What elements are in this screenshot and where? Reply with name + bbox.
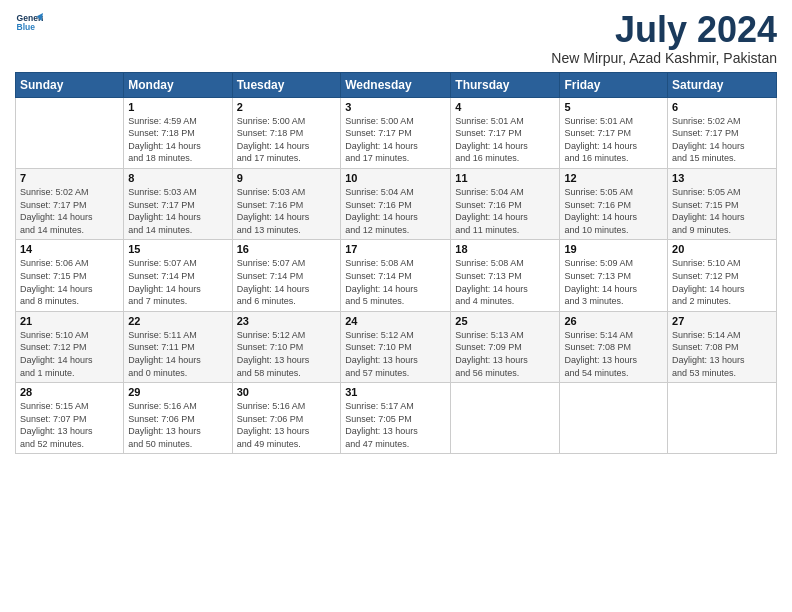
weekday-header-thursday: Thursday: [451, 72, 560, 97]
calendar-cell: 12Sunrise: 5:05 AM Sunset: 7:16 PM Dayli…: [560, 168, 668, 239]
calendar-cell: 2Sunrise: 5:00 AM Sunset: 7:18 PM Daylig…: [232, 97, 341, 168]
calendar-cell: 25Sunrise: 5:13 AM Sunset: 7:09 PM Dayli…: [451, 311, 560, 382]
calendar-cell: 3Sunrise: 5:00 AM Sunset: 7:17 PM Daylig…: [341, 97, 451, 168]
calendar-cell: 18Sunrise: 5:08 AM Sunset: 7:13 PM Dayli…: [451, 240, 560, 311]
calendar-cell: 30Sunrise: 5:16 AM Sunset: 7:06 PM Dayli…: [232, 383, 341, 454]
logo: General Blue: [15, 10, 43, 38]
day-number: 14: [20, 243, 119, 255]
day-number: 29: [128, 386, 227, 398]
calendar-week-3: 14Sunrise: 5:06 AM Sunset: 7:15 PM Dayli…: [16, 240, 777, 311]
calendar-cell: 11Sunrise: 5:04 AM Sunset: 7:16 PM Dayli…: [451, 168, 560, 239]
calendar-table: SundayMondayTuesdayWednesdayThursdayFrid…: [15, 72, 777, 455]
calendar-cell: 8Sunrise: 5:03 AM Sunset: 7:17 PM Daylig…: [124, 168, 232, 239]
calendar-week-2: 7Sunrise: 5:02 AM Sunset: 7:17 PM Daylig…: [16, 168, 777, 239]
day-number: 27: [672, 315, 772, 327]
day-number: 24: [345, 315, 446, 327]
day-number: 10: [345, 172, 446, 184]
weekday-header-monday: Monday: [124, 72, 232, 97]
calendar-subtitle: New Mirpur, Azad Kashmir, Pakistan: [551, 50, 777, 66]
logo-icon: General Blue: [15, 10, 43, 38]
day-content: Sunrise: 5:00 AM Sunset: 7:18 PM Dayligh…: [237, 115, 337, 165]
day-content: Sunrise: 5:04 AM Sunset: 7:16 PM Dayligh…: [455, 186, 555, 236]
day-content: Sunrise: 5:10 AM Sunset: 7:12 PM Dayligh…: [20, 329, 119, 379]
calendar-cell: 9Sunrise: 5:03 AM Sunset: 7:16 PM Daylig…: [232, 168, 341, 239]
day-content: Sunrise: 5:16 AM Sunset: 7:06 PM Dayligh…: [128, 400, 227, 450]
day-content: Sunrise: 5:13 AM Sunset: 7:09 PM Dayligh…: [455, 329, 555, 379]
day-content: Sunrise: 5:06 AM Sunset: 7:15 PM Dayligh…: [20, 257, 119, 307]
day-number: 6: [672, 101, 772, 113]
calendar-cell: 26Sunrise: 5:14 AM Sunset: 7:08 PM Dayli…: [560, 311, 668, 382]
calendar-cell: [16, 97, 124, 168]
calendar-cell: [668, 383, 777, 454]
day-number: 15: [128, 243, 227, 255]
day-content: Sunrise: 5:01 AM Sunset: 7:17 PM Dayligh…: [455, 115, 555, 165]
weekday-header-friday: Friday: [560, 72, 668, 97]
calendar-title: July 2024: [551, 10, 777, 50]
day-content: Sunrise: 5:02 AM Sunset: 7:17 PM Dayligh…: [20, 186, 119, 236]
calendar-week-5: 28Sunrise: 5:15 AM Sunset: 7:07 PM Dayli…: [16, 383, 777, 454]
day-number: 30: [237, 386, 337, 398]
header: General Blue July 2024 New Mirpur, Azad …: [15, 10, 777, 66]
calendar-cell: [451, 383, 560, 454]
title-block: July 2024 New Mirpur, Azad Kashmir, Paki…: [551, 10, 777, 66]
day-content: Sunrise: 4:59 AM Sunset: 7:18 PM Dayligh…: [128, 115, 227, 165]
day-content: Sunrise: 5:16 AM Sunset: 7:06 PM Dayligh…: [237, 400, 337, 450]
day-content: Sunrise: 5:03 AM Sunset: 7:16 PM Dayligh…: [237, 186, 337, 236]
weekday-header-tuesday: Tuesday: [232, 72, 341, 97]
calendar-cell: [560, 383, 668, 454]
day-number: 21: [20, 315, 119, 327]
calendar-cell: 21Sunrise: 5:10 AM Sunset: 7:12 PM Dayli…: [16, 311, 124, 382]
day-content: Sunrise: 5:02 AM Sunset: 7:17 PM Dayligh…: [672, 115, 772, 165]
calendar-cell: 5Sunrise: 5:01 AM Sunset: 7:17 PM Daylig…: [560, 97, 668, 168]
day-number: 31: [345, 386, 446, 398]
day-number: 17: [345, 243, 446, 255]
day-content: Sunrise: 5:07 AM Sunset: 7:14 PM Dayligh…: [128, 257, 227, 307]
day-content: Sunrise: 5:10 AM Sunset: 7:12 PM Dayligh…: [672, 257, 772, 307]
calendar-week-1: 1Sunrise: 4:59 AM Sunset: 7:18 PM Daylig…: [16, 97, 777, 168]
calendar-cell: 31Sunrise: 5:17 AM Sunset: 7:05 PM Dayli…: [341, 383, 451, 454]
weekday-header-saturday: Saturday: [668, 72, 777, 97]
day-number: 18: [455, 243, 555, 255]
calendar-cell: 23Sunrise: 5:12 AM Sunset: 7:10 PM Dayli…: [232, 311, 341, 382]
day-content: Sunrise: 5:05 AM Sunset: 7:15 PM Dayligh…: [672, 186, 772, 236]
calendar-cell: 17Sunrise: 5:08 AM Sunset: 7:14 PM Dayli…: [341, 240, 451, 311]
day-content: Sunrise: 5:11 AM Sunset: 7:11 PM Dayligh…: [128, 329, 227, 379]
calendar-cell: 1Sunrise: 4:59 AM Sunset: 7:18 PM Daylig…: [124, 97, 232, 168]
day-content: Sunrise: 5:04 AM Sunset: 7:16 PM Dayligh…: [345, 186, 446, 236]
day-content: Sunrise: 5:12 AM Sunset: 7:10 PM Dayligh…: [237, 329, 337, 379]
day-content: Sunrise: 5:05 AM Sunset: 7:16 PM Dayligh…: [564, 186, 663, 236]
calendar-cell: 10Sunrise: 5:04 AM Sunset: 7:16 PM Dayli…: [341, 168, 451, 239]
day-number: 19: [564, 243, 663, 255]
day-content: Sunrise: 5:15 AM Sunset: 7:07 PM Dayligh…: [20, 400, 119, 450]
day-content: Sunrise: 5:08 AM Sunset: 7:14 PM Dayligh…: [345, 257, 446, 307]
calendar-cell: 24Sunrise: 5:12 AM Sunset: 7:10 PM Dayli…: [341, 311, 451, 382]
calendar-cell: 19Sunrise: 5:09 AM Sunset: 7:13 PM Dayli…: [560, 240, 668, 311]
day-number: 22: [128, 315, 227, 327]
calendar-cell: 15Sunrise: 5:07 AM Sunset: 7:14 PM Dayli…: [124, 240, 232, 311]
day-content: Sunrise: 5:09 AM Sunset: 7:13 PM Dayligh…: [564, 257, 663, 307]
day-number: 25: [455, 315, 555, 327]
day-content: Sunrise: 5:12 AM Sunset: 7:10 PM Dayligh…: [345, 329, 446, 379]
day-content: Sunrise: 5:01 AM Sunset: 7:17 PM Dayligh…: [564, 115, 663, 165]
day-number: 20: [672, 243, 772, 255]
calendar-cell: 27Sunrise: 5:14 AM Sunset: 7:08 PM Dayli…: [668, 311, 777, 382]
day-number: 12: [564, 172, 663, 184]
day-number: 28: [20, 386, 119, 398]
calendar-cell: 16Sunrise: 5:07 AM Sunset: 7:14 PM Dayli…: [232, 240, 341, 311]
day-number: 16: [237, 243, 337, 255]
calendar-cell: 28Sunrise: 5:15 AM Sunset: 7:07 PM Dayli…: [16, 383, 124, 454]
day-content: Sunrise: 5:07 AM Sunset: 7:14 PM Dayligh…: [237, 257, 337, 307]
calendar-cell: 20Sunrise: 5:10 AM Sunset: 7:12 PM Dayli…: [668, 240, 777, 311]
day-number: 7: [20, 172, 119, 184]
calendar-cell: 14Sunrise: 5:06 AM Sunset: 7:15 PM Dayli…: [16, 240, 124, 311]
day-number: 8: [128, 172, 227, 184]
day-number: 3: [345, 101, 446, 113]
day-content: Sunrise: 5:14 AM Sunset: 7:08 PM Dayligh…: [564, 329, 663, 379]
day-number: 4: [455, 101, 555, 113]
day-number: 23: [237, 315, 337, 327]
day-number: 1: [128, 101, 227, 113]
day-content: Sunrise: 5:17 AM Sunset: 7:05 PM Dayligh…: [345, 400, 446, 450]
weekday-header-wednesday: Wednesday: [341, 72, 451, 97]
weekday-header-row: SundayMondayTuesdayWednesdayThursdayFrid…: [16, 72, 777, 97]
calendar-body: 1Sunrise: 4:59 AM Sunset: 7:18 PM Daylig…: [16, 97, 777, 454]
